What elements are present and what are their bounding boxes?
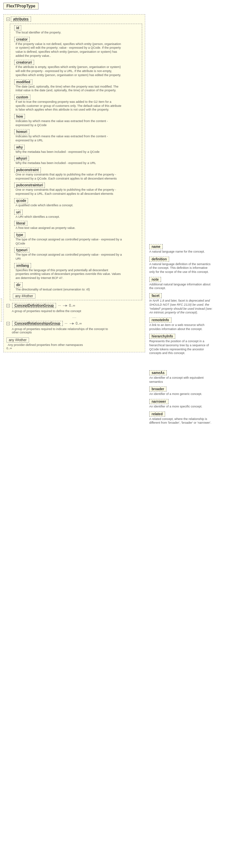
concept-rel-right-items: sameAs An identifier of a concept with e… xyxy=(149,370,232,428)
title-row: FlexTPropType xyxy=(3,3,232,11)
right-remoteinfo-item: remoteInfo A link to an item or a web re… xyxy=(149,318,232,331)
concept-def-label: ConceptDefinitionGroup xyxy=(12,303,56,308)
right-hierarchyinfo-desc: Represents the position of a concept in … xyxy=(149,339,213,355)
right-broader-label: broader xyxy=(149,386,166,392)
right-definition-desc: A natural language definition of the sem… xyxy=(149,262,213,274)
attr-id-name: id xyxy=(14,25,21,30)
concept-rel-header: − ConceptRelationshipsGroup ··· 0..∞ xyxy=(6,321,142,326)
attr-why: why Why the metadata has been included -… xyxy=(13,145,139,154)
any-other-bottom-desc: Any provider-defined properties from oth… xyxy=(6,343,142,347)
instance-of-section: instanceOf A frequently updating informa… xyxy=(0,299,2,322)
attr-creatoruri-name: creatoruri xyxy=(14,60,34,65)
right-name-item: name A natural language name for the con… xyxy=(149,244,232,254)
attributes-label: attributes xyxy=(11,17,31,22)
attr-xmllang: xmllang Specifies the language of this p… xyxy=(13,263,139,280)
svg-marker-3 xyxy=(72,323,74,325)
right-broader-desc: An identifier of a more generic concept. xyxy=(149,392,213,396)
right-related-desc: A related concept, where the relationshi… xyxy=(149,417,213,425)
any-other-label: any ##other xyxy=(13,294,35,299)
attr-how: how Indicates by which means the value w… xyxy=(13,114,139,127)
concept-rel-multiplicity: 0..∞ xyxy=(76,322,82,325)
right-broader-item: broader An identifier of a more generic … xyxy=(149,386,232,396)
right-narrower-desc: An identifier of a more specific concept… xyxy=(149,405,213,409)
attr-creatoruri: creatoruri If the attribute is empty, sp… xyxy=(13,60,139,77)
svg-marker-1 xyxy=(66,305,68,307)
attr-howuri-name: howuri xyxy=(14,129,29,134)
attr-pubconstraint: pubconstraint One or many constraints th… xyxy=(13,167,139,181)
middle-connector: ···· xyxy=(6,315,142,320)
attr-typeuri: typeuri The type of the concept assigned… xyxy=(13,248,139,261)
attr-modified-name: modified xyxy=(14,79,32,85)
attr-creator: creator If the property value is not def… xyxy=(13,37,139,58)
any-other-attributes: any ##other xyxy=(13,294,139,299)
attr-howuri: howuri Indicates by which means the valu… xyxy=(13,129,139,142)
connector-dots-def: ··· xyxy=(58,304,61,307)
attributes-header: − attributes xyxy=(6,17,142,22)
attr-typeuri-name: typeuri xyxy=(14,248,29,253)
main-content: − attributes id The local identifier of … xyxy=(3,14,232,428)
concept-def-multiplicity: 0..∞ xyxy=(69,304,75,307)
attr-modified: modified The date (and, optionally, the … xyxy=(13,79,139,93)
right-hierarchyinfo-label: hierarchyInfo xyxy=(149,334,175,339)
outer-dashed-box: − attributes id The local identifier of … xyxy=(3,14,145,352)
right-note-item: note Additional natural language informa… xyxy=(149,277,232,290)
attr-pubconstraint-name: pubconstraint xyxy=(14,167,41,172)
attr-pubconstrainturi-name: pubconstrainturi xyxy=(14,183,45,188)
attr-qcode-name: qcode xyxy=(14,198,28,203)
right-definition-item: definition A natural language definition… xyxy=(149,257,232,274)
concept-def-header: − ConceptDefinitionGroup ··· 0..∞ xyxy=(6,303,142,308)
attr-custom: custom If set to true the corresponding … xyxy=(13,95,139,112)
attr-qcode: qcode A qualified code which identifies … xyxy=(13,198,139,208)
right-hierarchyinfo-item: hierarchyInfo Represents the position of… xyxy=(149,334,232,355)
any-other-bottom-label: any ##other xyxy=(6,337,29,343)
left-panel: − attributes id The local identifier of … xyxy=(3,14,145,428)
right-remoteinfo-desc: A link to an item or a web resource whic… xyxy=(149,323,213,331)
right-definition-label: definition xyxy=(149,257,169,262)
attr-custom-name: custom xyxy=(14,95,30,100)
instance-of-box: instanceOf A frequently updating informa… xyxy=(0,299,2,322)
attr-id: id The local identifier of the property. xyxy=(13,25,139,35)
right-sameas-label: sameAs xyxy=(149,370,167,375)
right-panel: name A natural language name for the con… xyxy=(145,14,232,428)
attr-how-name: how xyxy=(14,114,25,119)
right-sameas-desc: An identifier of a concept with equivale… xyxy=(149,376,213,384)
arrow-right-def xyxy=(63,304,68,307)
attr-dir-name: dir xyxy=(14,282,23,287)
attr-why-name: why xyxy=(14,145,25,150)
concept-rel-label: ConceptRelationshipsGroup xyxy=(12,321,63,326)
attr-pubconstrainturi: pubconstrainturi One or many constraints… xyxy=(13,183,139,196)
attr-dir: dir The directionality of textual conten… xyxy=(13,282,139,292)
attr-uri-name: uri xyxy=(14,210,23,215)
concept-rel-collapse-icon[interactable]: − xyxy=(6,322,10,325)
right-narrower-item: narrower An identifier of a more specifi… xyxy=(149,399,232,409)
attr-whyuri: whyuri Why the metadata has been include… xyxy=(13,156,139,165)
any-other-bottom-mult: 0..∞ xyxy=(6,347,142,350)
attributes-box: id The local identifier of the property.… xyxy=(10,24,142,300)
attr-xmllang-name: xmllang xyxy=(14,263,31,268)
page: FlexTPropType − attributes id xyxy=(0,0,235,430)
concept-def-right-items: name A natural language name for the con… xyxy=(149,244,232,358)
right-note-desc: Additional natural language information … xyxy=(149,283,213,290)
right-remoteinfo-label: remoteInfo xyxy=(149,318,172,323)
concept-def-section: − ConceptDefinitionGroup ··· 0..∞ A grou… xyxy=(6,303,142,313)
concept-def-collapse-icon[interactable]: − xyxy=(6,304,10,307)
right-sameas-item: sameAs An identifier of a concept with e… xyxy=(149,370,232,384)
attr-uri: uri A URI which identifies a concept. xyxy=(13,210,139,219)
right-narrower-label: narrower xyxy=(149,399,168,404)
attr-type: type The type of the concept assigned as… xyxy=(13,232,139,245)
concept-rel-section: − ConceptRelationshipsGroup ··· 0..∞ A g… xyxy=(6,321,142,334)
right-facet-desc: In NAR 1.8 and later, facet is deprecate… xyxy=(149,299,213,315)
concept-rel-desc: A group of properties required to indica… xyxy=(6,327,114,334)
right-note-label: note xyxy=(149,277,161,282)
attr-type-name: type xyxy=(14,232,25,237)
concept-def-desc: A group of properties required to define… xyxy=(6,309,114,313)
attr-whyuri-name: whyuri xyxy=(14,156,29,161)
right-name-label: name xyxy=(149,244,163,249)
attr-literal-name: literal xyxy=(14,221,27,226)
arrow-right-rel xyxy=(70,322,74,325)
collapse-icon[interactable]: − xyxy=(6,18,10,21)
any-other-bottom-section: any ##other Any provider-defined propert… xyxy=(6,337,142,350)
right-facet-label: facet xyxy=(149,293,162,298)
right-name-desc: A natural language name for the concept. xyxy=(149,250,213,254)
right-related-label: related xyxy=(149,412,165,417)
